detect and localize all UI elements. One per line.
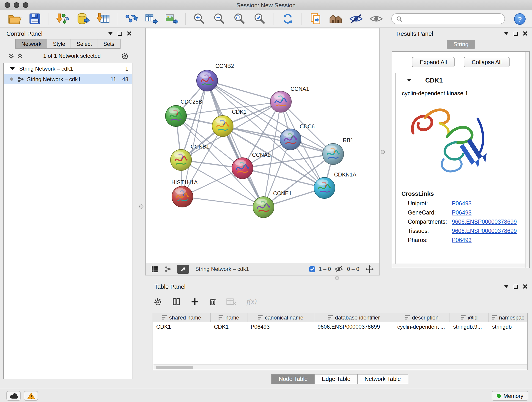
network-node-RB1[interactable] [323,143,344,165]
close-panel-icon[interactable] [523,284,527,289]
network-edge-CCNA2-CDKN1A[interactable] [242,168,324,188]
zoom-fit-button[interactable] [232,12,247,26]
network-edge-CCNE1-HIST1H1A[interactable] [182,197,264,207]
hide-selected-button[interactable] [349,12,363,26]
detach-view-button[interactable] [177,265,189,274]
column-header[interactable]: canonical name [247,313,314,322]
splitter-handle[interactable] [139,204,143,209]
export-table-button[interactable] [144,12,158,26]
crosslink-link[interactable]: P06493 [452,210,472,216]
network-node-CCNA2[interactable] [232,158,253,179]
card-expander-icon[interactable] [407,79,412,81]
panel-menu-icon[interactable] [504,32,509,35]
close-window-button[interactable] [5,2,10,8]
memory-button[interactable]: Memory [491,391,528,401]
gear-icon[interactable] [121,52,129,60]
add-column-icon[interactable] [191,298,199,306]
network-node-CDC25B[interactable] [165,105,186,127]
column-header[interactable]: description [394,313,450,322]
network-node-CDKN1A[interactable] [314,177,335,198]
show-all-button[interactable] [369,12,384,26]
table-settings-gear-icon[interactable] [153,297,162,306]
network-canvas-svg[interactable]: CCNB2CCNA1CDC25BCDK1CDC6RB1CCNB1CCNA2CDK… [146,28,380,263]
close-panel-icon[interactable] [523,31,527,36]
tab-string[interactable]: String [447,40,475,49]
delete-column-trash-icon[interactable] [209,298,216,306]
column-header[interactable]: namespac [489,313,527,322]
refresh-layout-button[interactable] [280,12,295,26]
network-snapshot-button[interactable] [308,12,323,26]
open-session-button[interactable] [7,12,22,26]
search-field[interactable] [391,13,505,24]
save-session-button[interactable] [27,12,42,26]
show-columns-icon[interactable] [172,298,181,306]
expand-all-button[interactable]: Expand All [412,57,455,67]
crosslink-link[interactable]: 9606.ENSP00000378699 [452,219,517,225]
collection-expander-icon[interactable] [10,67,15,70]
crosslink-link[interactable]: P06493 [452,200,472,207]
zoom-selected-button[interactable] [253,12,267,26]
panel-menu-icon[interactable] [504,285,509,288]
table-horizontal-scrollbar[interactable] [153,364,527,370]
selected-checkbox-icon[interactable] [309,266,315,272]
network-node-CCNB1[interactable] [171,149,191,171]
zoom-out-button[interactable] [212,12,227,26]
import-network-database-button[interactable] [76,12,90,26]
float-panel-icon[interactable] [514,32,518,36]
help-button[interactable]: ? [514,13,526,25]
zoom-in-button[interactable] [192,12,207,26]
network-view[interactable]: CCNB2CCNA1CDC25BCDK1CDC6RB1CCNB1CCNA2CDK… [145,28,380,275]
warnings-button[interactable] [24,391,38,401]
results-horizontal-scrollbar[interactable] [392,264,525,268]
tab-edge-table[interactable]: Edge Table [315,374,358,384]
export-image-button[interactable] [164,12,179,26]
column-header[interactable]: @id [450,313,489,322]
minimize-window-button[interactable] [14,2,19,8]
tab-select[interactable]: Select [70,39,98,49]
splitter-handle[interactable] [335,276,339,280]
column-header[interactable]: name [211,313,247,322]
tab-style[interactable]: Style [47,39,71,49]
network-row[interactable]: String Network – cdk1 11 48 [4,74,132,84]
network-node-CDC6[interactable] [280,129,301,150]
column-header[interactable]: shared name [153,313,211,322]
float-panel-icon[interactable] [118,32,122,36]
export-network-button[interactable] [124,12,138,26]
network-node-CCNB2[interactable] [196,70,218,91]
splitter-handle[interactable] [381,150,385,154]
crosslink-link[interactable]: P06493 [452,237,472,243]
import-table-button[interactable] [96,12,110,26]
crosslink-link[interactable]: 9606.ENSP00000378699 [452,228,517,234]
panel-menu-icon[interactable] [108,32,113,35]
network-node-HIST1H1A[interactable] [172,186,193,207]
expand-all-icon[interactable] [17,53,23,59]
float-panel-icon[interactable] [514,284,518,288]
tab-node-table[interactable]: Node Table [272,374,315,384]
hidden-eye-icon[interactable] [335,266,343,272]
tab-network[interactable]: Network [15,39,47,49]
network-node-CCNE1[interactable] [253,197,274,218]
cloud-status-button[interactable] [6,391,21,401]
scrollbar-thumb[interactable] [156,366,193,369]
network-node-CCNA1[interactable] [270,91,291,112]
graphics-details-button[interactable] [329,12,343,26]
table-row[interactable]: CDK1 CDK1 P06493 9606.ENSP00000378699 cy… [153,322,527,332]
pan-crosshair-icon[interactable] [366,265,374,273]
gene-card-header[interactable]: CDK1 [396,73,525,87]
node-label-RB1: RB1 [343,137,354,143]
maximize-window-button[interactable] [23,2,28,8]
search-input[interactable] [405,16,500,22]
results-vertical-scrollbar[interactable] [525,52,529,268]
network-overview-icon[interactable] [165,266,171,272]
birdseye-grid-icon[interactable] [151,265,158,273]
network-node-CDK1[interactable] [212,115,233,137]
network-collection-row[interactable]: String Network – cdk1 1 [4,63,132,74]
tab-sets[interactable]: Sets [97,39,120,49]
close-panel-icon[interactable] [127,31,132,36]
column-header[interactable]: database identifier [314,313,394,322]
tab-network-table[interactable]: Network Table [357,374,408,384]
import-network-file-button[interactable] [56,12,70,26]
collapse-all-button[interactable]: Collapse All [464,57,510,67]
network-edge-CCNB2-CCNE1[interactable] [207,81,264,207]
collapse-all-icon[interactable] [8,53,14,59]
